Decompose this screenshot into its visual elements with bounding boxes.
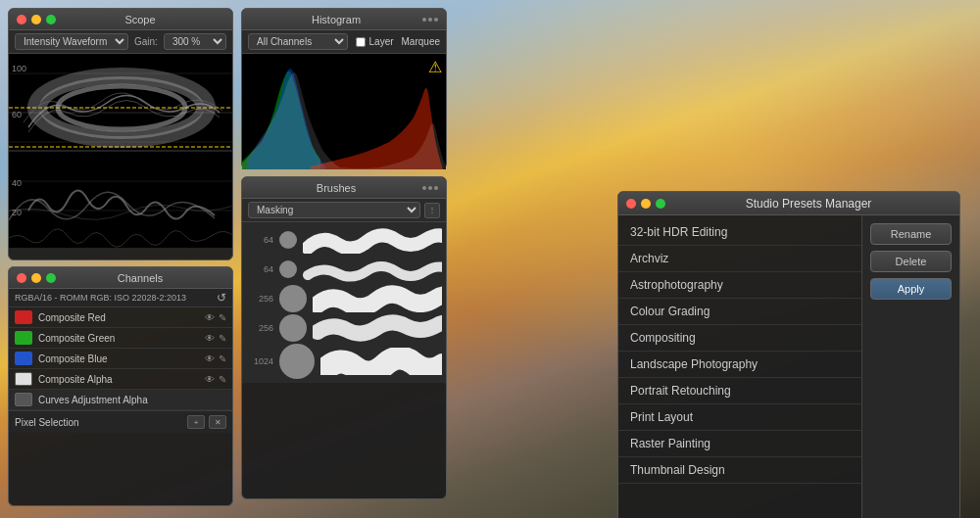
apply-button[interactable]: Apply (870, 278, 952, 300)
histogram-controls: All Channels Layer Marquee (242, 30, 446, 54)
scope-type-select[interactable]: Intensity Waveform (15, 33, 128, 50)
channel-edit-green[interactable]: ✎ (219, 333, 226, 344)
channel-name-curves: Curves Adjustment Alpha (38, 395, 226, 405)
brush-size-1: 64 (246, 235, 273, 245)
rename-button[interactable]: Rename (870, 223, 952, 245)
preset-item-thumbnail[interactable]: Thumbnail Design (618, 457, 861, 484)
channel-row-red: Composite Red 👁 ✎ (9, 307, 232, 328)
histogram-svg (242, 54, 446, 169)
channel-visibility-green[interactable]: 👁 (205, 333, 215, 344)
brushes-mode-select[interactable]: Masking (248, 202, 420, 218)
brush-preview-1[interactable] (279, 231, 297, 249)
studio-title: Studio Presets Manager (665, 197, 952, 211)
preset-item-hdr[interactable]: 32-bit HDR Editing (618, 219, 861, 246)
brush-preview-5[interactable] (279, 344, 315, 379)
channels-subheader: RGBA/16 - ROMM RGB: ISO 22028-2:2013 ↺ (9, 289, 232, 307)
close-button-scope[interactable] (17, 15, 26, 24)
brush-preview-3[interactable] (279, 285, 307, 312)
channel-add-button[interactable]: + (187, 415, 205, 429)
brush-preview-4[interactable] (279, 314, 307, 342)
brush-item-4: 256 (246, 314, 442, 342)
channel-color-red (15, 310, 32, 324)
svg-text:60: 60 (12, 110, 22, 119)
gain-select[interactable]: 300 % (164, 33, 226, 50)
brush-size-4: 256 (246, 323, 273, 333)
brush-item-1: 64 (246, 226, 442, 254)
close-button-channels[interactable] (17, 273, 26, 283)
minimize-button-studio[interactable] (641, 199, 651, 209)
brush-stroke-5 (320, 348, 442, 375)
gain-label: Gain: (134, 36, 158, 47)
studio-presets-panel: Studio Presets Manager 32-bit HDR Editin… (617, 191, 960, 518)
svg-text:100: 100 (12, 64, 26, 73)
studio-titlebar: Studio Presets Manager (618, 192, 959, 215)
scope-traffic-lights (17, 15, 56, 24)
scope-canvas: 100 60 40 20 (9, 54, 232, 248)
histogram-titlebar: Histogram (242, 9, 446, 30)
brush-size-3: 256 (246, 294, 273, 304)
scope-panel: Scope Intensity Waveform Gain: 300 % (8, 8, 233, 260)
minimize-button-channels[interactable] (31, 273, 41, 283)
preset-item-landscape[interactable]: Landscape Photography (618, 352, 861, 378)
channel-delete-button[interactable]: ✕ (209, 415, 226, 429)
preset-item-colour[interactable]: Colour Grading (618, 299, 861, 325)
preset-list: 32-bit HDR Editing Archviz Astrophotogra… (618, 215, 861, 518)
maximize-button-channels[interactable] (46, 273, 56, 283)
channel-icons-alpha: 👁 ✎ (205, 374, 226, 385)
brush-item-5: 1024 (246, 344, 442, 379)
histogram-menu-icon[interactable] (422, 18, 438, 22)
brush-item-2: 64 (246, 256, 442, 283)
brush-stroke-svg-4 (313, 314, 442, 342)
channel-edit-blue[interactable]: ✎ (219, 353, 226, 364)
studio-actions: Rename Delete Apply (861, 215, 959, 518)
channel-edit-alpha[interactable]: ✎ (219, 374, 226, 385)
brush-preview-2[interactable] (279, 260, 297, 278)
brush-stroke-4 (313, 314, 442, 342)
delete-button[interactable]: Delete (870, 251, 952, 272)
close-button-studio[interactable] (626, 199, 636, 209)
channel-icons-red: 👁 ✎ (205, 312, 226, 323)
preset-item-portrait[interactable]: Portrait Retouching (618, 378, 861, 404)
channels-title: Channels (56, 272, 224, 284)
studio-traffic-lights (626, 199, 665, 209)
channel-icons-blue: 👁 ✎ (205, 353, 226, 364)
maximize-button-studio[interactable] (656, 199, 665, 209)
brush-stroke-3 (313, 285, 442, 312)
brush-stroke-svg-2 (303, 256, 442, 283)
channels-reset-icon[interactable]: ↺ (217, 291, 226, 305)
scope-waveform-svg: 100 60 40 20 (9, 54, 232, 248)
preset-item-print[interactable]: Print Layout (618, 404, 861, 431)
histogram-layer-label: Layer (369, 36, 394, 47)
brush-stroke-svg-3 (313, 285, 442, 312)
maximize-button-scope[interactable] (46, 15, 56, 24)
brushes-settings-icon[interactable]: ⋮ (424, 203, 440, 218)
brush-size-5: 1024 (246, 356, 273, 366)
svg-text:40: 40 (12, 178, 22, 188)
brushes-menu-icon[interactable] (422, 186, 438, 190)
studio-body: 32-bit HDR Editing Archviz Astrophotogra… (618, 215, 959, 518)
brushes-panel: Brushes Masking ⋮ 64 64 (241, 176, 447, 499)
preset-item-raster[interactable]: Raster Painting (618, 431, 861, 457)
brush-stroke-1 (303, 226, 442, 254)
channel-visibility-blue[interactable]: 👁 (205, 353, 215, 364)
histogram-warning-icon: ⚠ (428, 58, 442, 76)
channel-visibility-red[interactable]: 👁 (205, 312, 215, 323)
brush-stroke-2 (303, 256, 442, 283)
histogram-channels-select[interactable]: All Channels (248, 33, 348, 50)
channel-row-curves: Curves Adjustment Alpha (9, 390, 232, 410)
channel-edit-red[interactable]: ✎ (219, 312, 226, 323)
channel-visibility-alpha[interactable]: 👁 (205, 374, 215, 385)
scope-controls: Intensity Waveform Gain: 300 % (9, 30, 232, 54)
channel-color-alpha (15, 372, 32, 386)
histogram-layer-checkbox[interactable] (356, 37, 366, 47)
preset-item-compositing[interactable]: Compositing (618, 325, 861, 352)
histogram-title: Histogram (250, 14, 422, 25)
preset-item-astro[interactable]: Astrophotography (618, 272, 861, 299)
channel-color-green (15, 331, 32, 345)
preset-item-archviz[interactable]: Archviz (618, 246, 861, 272)
brushes-title: Brushes (250, 182, 422, 194)
histogram-marquee-label: Marquee (402, 36, 440, 47)
channels-color-mode: RGBA/16 - ROMM RGB: ISO 22028-2:2013 (15, 293, 186, 303)
minimize-button-scope[interactable] (31, 15, 41, 24)
brush-stroke-svg-5 (320, 348, 442, 375)
